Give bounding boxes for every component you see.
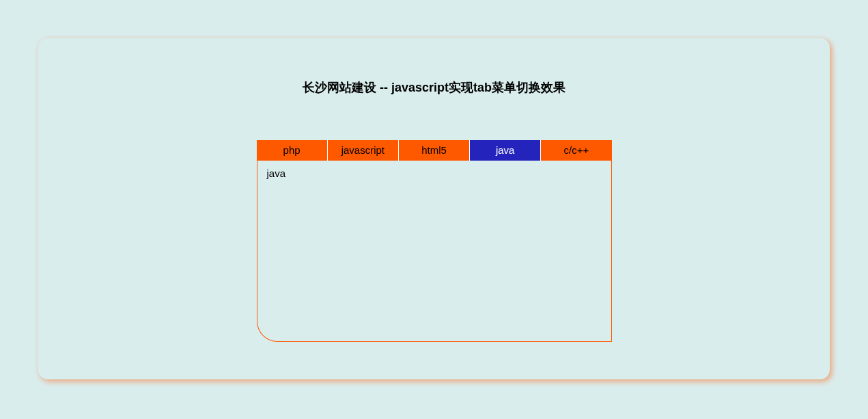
tab-java[interactable]: java bbox=[470, 140, 541, 161]
tab-php[interactable]: php bbox=[257, 140, 328, 161]
page-title: 长沙网站建设 -- javascript实现tab菜单切换效果 bbox=[38, 38, 830, 96]
tab-content-text: java bbox=[267, 167, 286, 179]
tab-content-panel: java bbox=[257, 161, 612, 342]
tab-html5[interactable]: html5 bbox=[399, 140, 470, 161]
tab-javascript[interactable]: javascript bbox=[328, 140, 399, 161]
tab-header: php javascript html5 java c/c++ bbox=[257, 140, 612, 161]
main-panel: 长沙网站建设 -- javascript实现tab菜单切换效果 php java… bbox=[38, 38, 830, 379]
tab-widget: php javascript html5 java c/c++ java bbox=[257, 140, 612, 342]
tab-cpp[interactable]: c/c++ bbox=[541, 140, 611, 161]
